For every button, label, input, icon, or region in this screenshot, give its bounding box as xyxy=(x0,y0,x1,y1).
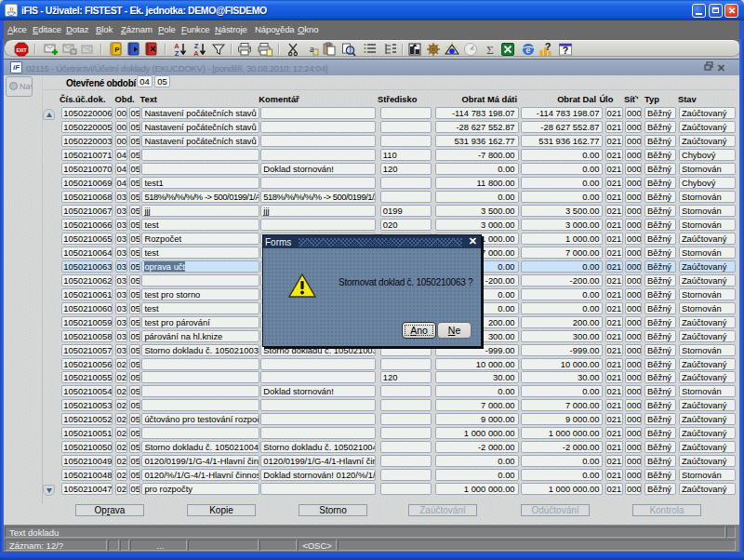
svg-text:P: P xyxy=(114,46,120,54)
svg-text:Σ: Σ xyxy=(486,43,494,57)
svg-text:?: ? xyxy=(545,42,551,52)
svg-text:?: ? xyxy=(563,45,568,56)
svg-text:e: e xyxy=(526,44,531,55)
svg-text:Z: Z xyxy=(175,49,179,57)
svg-text:A: A xyxy=(193,49,199,57)
svg-text:EXIT: EXIT xyxy=(16,47,26,52)
